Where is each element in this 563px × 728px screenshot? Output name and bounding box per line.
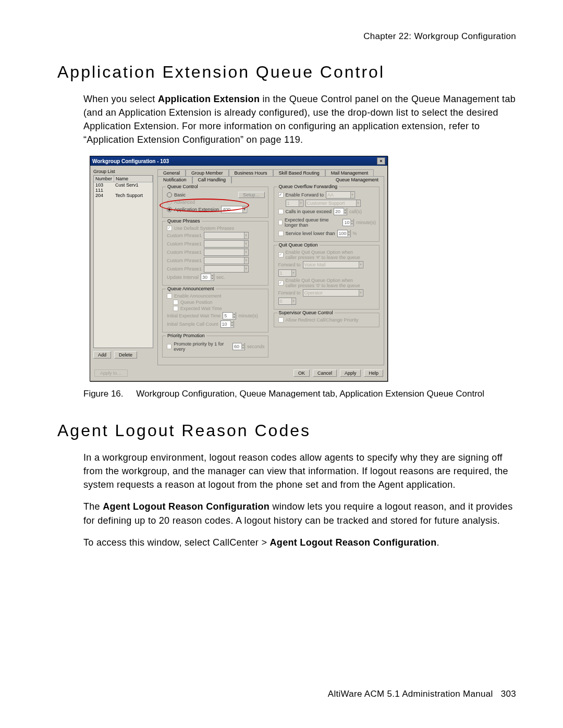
cell: Tech Support [114,193,153,198]
close-icon[interactable]: × [377,157,385,165]
chk-expected-wait[interactable]: Expected Wait Time [173,306,265,311]
label: minute(s) [238,313,258,318]
radio-app-extension[interactable]: Application Extension [167,207,219,212]
label: Enable Announcement [174,293,222,299]
caption-label: Figure 16. [83,389,124,399]
chk-calls-exceed[interactable]: Calls in queue exceed [278,209,332,214]
iscc-stepper[interactable]: 10 [221,320,234,328]
delete-button[interactable]: Delete [114,351,137,359]
phrase-dropdown[interactable] [204,249,249,256]
quit-fwd2-dropdown[interactable]: Operator [303,289,363,297]
cell: 204 [94,193,114,198]
label: Enable Quit Queue Option when caller pre… [286,250,364,260]
chk-ewt-longer[interactable]: Expected queue time longer than [278,217,341,228]
chk-quit-zero[interactable]: Enable Quit Queue Option when caller pre… [278,278,376,288]
add-button[interactable]: Add [93,351,111,359]
phrase-dropdown[interactable] [204,232,249,239]
chk-service-level[interactable]: Service level lower than [278,231,335,236]
text-bold: Agent Logout Reason Configuration [103,501,270,512]
label: Application Extension [174,207,219,212]
tab-notification[interactable]: Notification [157,176,192,183]
phrase-dropdown[interactable] [204,265,249,273]
chk-priority-promo[interactable]: Promote priority by 1 for every [167,341,230,352]
list-item[interactable]: 204Tech Support [94,193,153,198]
cell: 111 [94,188,114,193]
setup-button[interactable]: Setup… [238,192,265,198]
quit-fwd1-dropdown[interactable]: Voice Mail [303,261,363,268]
cancel-button[interactable]: Cancel [313,369,337,377]
label: Use Default System Phrases [174,226,234,231]
help-button[interactable]: Help [364,369,383,377]
label: Custom Phrase1 [167,233,202,238]
chk-queue-position[interactable]: Queue Position [173,300,265,305]
group-list-label: Group List [93,169,153,174]
label: Enable Quit Queue Option when caller pre… [286,278,364,288]
label: Enable Forward to [286,192,324,198]
text: To access this window, select CallCenter… [83,537,270,548]
apply-to-button[interactable]: Apply to… [94,369,128,377]
label: Custom Phrase1 [167,241,202,246]
cell: 103 [94,182,114,188]
footer-text: AltiWare ACM 5.1 Administration Manual [328,689,493,699]
fwd-num-dropdown[interactable]: 1 [286,200,303,207]
label: Expected queue time longer than [285,217,340,228]
queue-phrases-title: Queue Phrases [166,218,202,224]
label: call(s) [349,209,362,214]
tab-mail-mgmt[interactable]: Mail Management [325,169,374,176]
label: seconds [247,344,265,349]
radio-basic[interactable]: Basic [167,192,186,198]
iewt-stepper[interactable]: 5 [223,312,236,319]
app-ext-dropdown[interactable]: 400 [221,206,247,213]
label: Allow Redirect Call/Change Priority [286,317,359,323]
quit-num2-dropdown[interactable]: 0 [278,298,296,305]
radio-advanced[interactable]: Advanced [167,200,265,205]
label: Initial Sample Call Count [167,322,218,327]
paragraph: To access this window, select CallCenter… [83,536,516,549]
ok-button[interactable]: OK [293,369,310,377]
list-item[interactable]: 111 [94,188,153,193]
calls-exceed-stepper[interactable]: 20 [334,208,347,215]
fwd-type-dropdown[interactable]: AA [326,191,355,199]
tab-call-handling[interactable]: Call Handling [192,176,232,183]
label: Forward to [278,262,301,267]
tab-general[interactable]: General [157,169,186,176]
list-item[interactable]: 103Cust Serv1 [94,182,153,188]
dialog-title: Workgroup Configuration - 103 [92,158,169,164]
apply-button[interactable]: Apply [340,369,361,377]
ewt-stepper[interactable]: 10 [342,219,354,226]
supervisor-qc-title: Supervisor Queue Control [277,310,335,315]
tab-skill-routing[interactable]: Skill Based Routing [273,169,325,176]
quit-num1-dropdown[interactable]: 1 [278,269,296,277]
page-footer: AltiWare ACM 5.1 Administration Manual 3… [328,689,516,699]
chapter-header: Chapter 22: Workgroup Configuration [57,31,516,42]
tab-queue-management[interactable]: Queue Management [231,176,384,183]
chk-enable-announce[interactable]: Enable Announcement [167,293,265,299]
workgroup-config-dialog: Workgroup Configuration - 103 × Group Li… [90,156,388,381]
tab-business-hours[interactable]: Business Hours [229,169,273,176]
priority-promo-title: Priority Promotion [166,333,206,338]
tab-strip: General Group Member Business Hours Skil… [157,169,384,183]
label: Custom Phrase1 [167,266,202,272]
label: Calls in queue exceed [286,209,332,214]
chk-default-phrases[interactable]: Use Default System Phrases [167,226,265,231]
group-list[interactable]: Number Name 103Cust Serv1 111 204Tech Su… [93,175,153,348]
overflow-title: Queue Overflow Forwarding [277,184,339,189]
tab-group-member[interactable]: Group Member [186,169,229,176]
interval-stepper[interactable]: 30 [201,274,214,281]
fwd-name-dropdown[interactable]: Customer Support [305,200,361,207]
chk-quit-hash[interactable]: Enable Quit Queue Option when caller pre… [278,250,376,260]
chk-allow-redirect[interactable]: Allow Redirect Call/Change Priority [278,317,376,323]
chk-enable-forward[interactable]: Enable Forward to [278,192,324,198]
phrase-dropdown[interactable] [204,257,249,264]
slvl-stepper[interactable]: 100 [337,230,351,237]
label: Expected Wait Time [180,306,222,311]
heading-agent-logout: Agent Logout Reason Codes [57,421,516,440]
promo-stepper[interactable]: 60 [232,343,245,350]
label: minute(s) [356,220,376,225]
cell: Cust Serv1 [114,182,153,188]
label: sec. [216,275,225,280]
label: Forward to [278,290,301,295]
phrase-dropdown[interactable] [204,240,249,248]
text-bold: Application Extension [158,94,260,104]
text-bold: Agent Logout Reason Configuration [270,537,437,548]
